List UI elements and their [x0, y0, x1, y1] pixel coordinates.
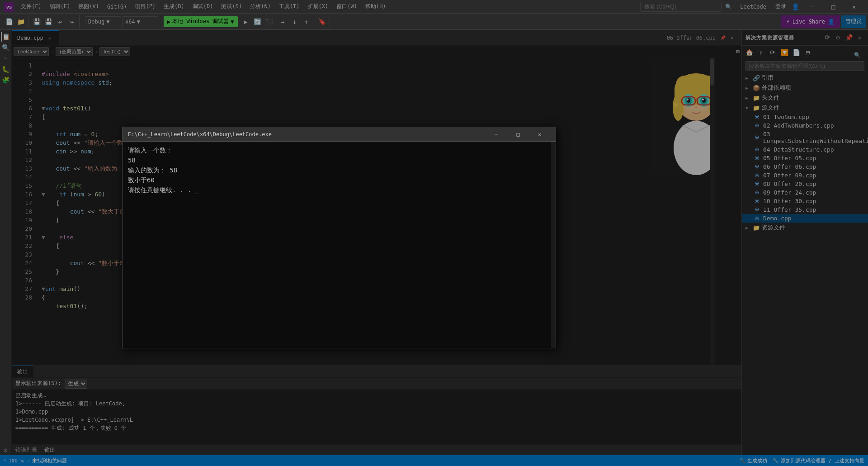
terminal-minimize[interactable]: ─ [486, 128, 507, 141]
terminal-content[interactable]: 请输入一个数： 58 输入的数为： 58 数小于60 请按任意键继续. . . … [123, 142, 551, 348]
terminal-popup: E:\C++_Learn\LeetCode\x64\Debug\LeetCode… [0, 0, 868, 466]
terminal-line-4: 数小于60 [128, 175, 546, 185]
terminal-title: E:\C++_Learn\LeetCode\x64\Debug\LeetCode… [128, 131, 486, 138]
terminal-scrollbar[interactable] [551, 142, 556, 348]
terminal-line-3: 输入的数为： 58 [128, 165, 546, 175]
terminal-title-bar: E:\C++_Learn\LeetCode\x64\Debug\LeetCode… [123, 127, 556, 142]
terminal-line-1: 请输入一个数： [128, 145, 546, 155]
terminal-line-5: 请按任意键继续. . . _ [128, 185, 546, 195]
terminal-line-2: 58 [128, 155, 546, 165]
terminal-maximize[interactable]: □ [508, 128, 528, 141]
terminal-close[interactable]: ✕ [529, 128, 550, 141]
terminal-window: E:\C++_Learn\LeetCode\x64\Debug\LeetCode… [122, 127, 556, 348]
terminal-body: 请输入一个数： 58 输入的数为： 58 数小于60 请按任意键继续. . . … [123, 142, 556, 348]
terminal-controls: ─ □ ✕ [486, 128, 550, 141]
